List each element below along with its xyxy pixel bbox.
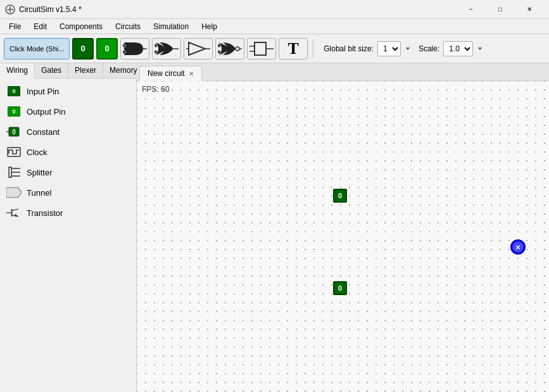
toolbar-text-button[interactable]: T <box>279 38 308 60</box>
sidebar-item-transistor[interactable]: Transistor <box>0 203 136 223</box>
canvas-input-pin-2[interactable]: 0 <box>333 281 347 295</box>
circuit-tab-bar: New circuit ✕ <box>137 63 549 81</box>
maximize-button[interactable]: □ <box>486 0 515 19</box>
main-area: Wiring Gates Plexer Memory ▶ 0 Input Pin… <box>0 63 549 392</box>
sidebar: Wiring Gates Plexer Memory ▶ 0 Input Pin… <box>0 63 137 392</box>
svg-point-5 <box>123 50 126 53</box>
svg-marker-21 <box>406 47 410 50</box>
svg-rect-17 <box>255 42 266 55</box>
toolbar-output-pin[interactable]: 0 <box>96 38 118 60</box>
svg-rect-27 <box>9 167 11 177</box>
svg-point-15 <box>218 44 221 47</box>
toolbar-input-pin[interactable]: 0 <box>72 38 94 60</box>
sidebar-item-tunnel[interactable]: Tunnel <box>0 182 136 203</box>
transistor-icon <box>6 206 22 219</box>
window-title: CircuitSim v1.5.4 * <box>19 5 457 14</box>
toolbar-or-gate[interactable] <box>152 38 181 60</box>
tab-gates[interactable]: Gates <box>35 63 68 78</box>
scale-select[interactable]: 1.0 0.5 2.0 <box>443 41 473 56</box>
menu-circuits[interactable]: Circuits <box>109 21 147 32</box>
global-bit-size-label: Global bit size: <box>324 44 374 53</box>
transistor-label: Transistor <box>27 208 63 218</box>
circuit-tab-close[interactable]: ✕ <box>189 70 194 77</box>
splitter-icon <box>6 166 22 179</box>
svg-point-13 <box>236 47 239 51</box>
input-pin-label: Input Pin <box>27 87 59 96</box>
fps-label: FPS: 60 <box>142 85 169 94</box>
svg-point-16 <box>218 50 221 53</box>
toolbar-nand-gate[interactable] <box>215 38 244 60</box>
svg-marker-10 <box>189 42 205 55</box>
sidebar-tab-bar: Wiring Gates Plexer Memory ▶ <box>0 63 136 79</box>
constant-icon: 0 <box>6 125 22 138</box>
canvas-input-pin-1[interactable]: 0 <box>333 189 347 203</box>
tab-plexer[interactable]: Plexer <box>68 63 103 78</box>
minimize-button[interactable]: − <box>457 0 486 19</box>
output-pin-icon: 0 <box>6 105 22 118</box>
content-panel: New circuit ✕ FPS: 60 0 0 × <box>137 63 549 392</box>
svg-line-33 <box>12 209 18 211</box>
menu-edit[interactable]: Edit <box>27 21 53 32</box>
app-icon <box>5 4 15 15</box>
constant-label: Constant <box>27 127 60 137</box>
tab-wiring[interactable]: Wiring <box>0 63 35 79</box>
toolbar-mux-gate[interactable] <box>247 38 276 60</box>
clock-label: Clock <box>27 148 47 157</box>
svg-point-8 <box>155 50 158 53</box>
menu-simulation[interactable]: Simulation <box>147 21 195 32</box>
canvas-area[interactable]: FPS: 60 0 0 × <box>137 81 549 392</box>
circuit-tab-new[interactable]: New circuit ✕ <box>139 66 202 81</box>
sidebar-item-output-pin[interactable]: 0 Output Pin <box>0 101 136 122</box>
svg-rect-3 <box>124 42 134 55</box>
svg-marker-22 <box>478 47 482 50</box>
splitter-label: Splitter <box>27 168 52 177</box>
tunnel-icon <box>6 186 22 199</box>
toolbar-separator <box>313 39 313 58</box>
click-mode-button[interactable]: Click Mode (Shi... <box>4 38 70 60</box>
title-bar: CircuitSim v1.5.4 * − □ ✕ <box>0 0 549 19</box>
scale-dropdown-arrow-icon <box>477 46 483 52</box>
sidebar-item-clock[interactable]: Clock <box>0 142 136 162</box>
toolbar-and-gate[interactable] <box>120 38 149 60</box>
output-pin-label: Output Pin <box>27 107 65 117</box>
sidebar-item-input-pin[interactable]: 0 Input Pin <box>0 81 136 101</box>
sidebar-content: 0 Input Pin 0 Output Pin 0 <box>0 79 136 392</box>
global-bit-size-select[interactable]: 1 2 4 8 <box>377 41 401 56</box>
svg-marker-31 <box>6 187 22 197</box>
clock-icon <box>6 146 22 158</box>
scale-label: Scale: <box>419 44 439 53</box>
sidebar-item-splitter[interactable]: Splitter <box>0 162 136 182</box>
menu-components[interactable]: Components <box>53 21 109 32</box>
close-button[interactable]: ✕ <box>515 0 544 19</box>
sidebar-item-constant[interactable]: 0 Constant <box>0 122 136 142</box>
svg-marker-36 <box>14 214 18 217</box>
toolbar-buffer-gate[interactable] <box>184 38 213 60</box>
svg-rect-26 <box>8 148 20 156</box>
dropdown-arrow-icon <box>405 46 411 52</box>
circuit-tab-label: New circuit <box>148 69 185 78</box>
canvas-circle-1[interactable]: × <box>510 239 526 255</box>
menu-file[interactable]: File <box>3 21 27 32</box>
input-pin-icon: 0 <box>6 85 22 98</box>
svg-text:0: 0 <box>12 129 16 136</box>
tunnel-label: Tunnel <box>27 188 51 198</box>
menu-help[interactable]: Help <box>195 21 224 32</box>
svg-point-4 <box>123 44 126 47</box>
toolbar: Click Mode (Shi... 0 0 <box>0 34 549 63</box>
svg-point-7 <box>155 44 158 47</box>
menu-bar: File Edit Components Circuits Simulation… <box>0 19 549 34</box>
